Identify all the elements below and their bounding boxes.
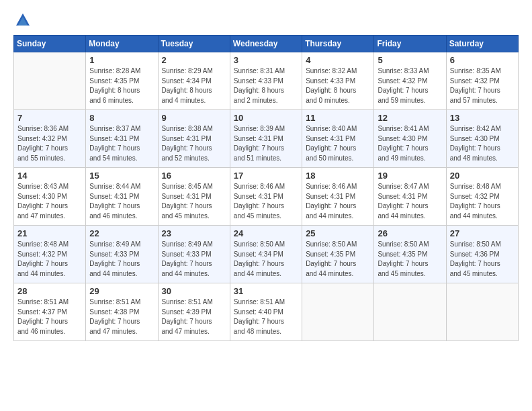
- weekday-header: Wednesday: [230, 36, 302, 52]
- cell-content: Sunrise: 8:46 AM Sunset: 4:31 PM Dayligh…: [234, 182, 298, 221]
- day-number: 17: [234, 171, 298, 181]
- calendar-cell: 17Sunrise: 8:46 AM Sunset: 4:31 PM Dayli…: [230, 168, 302, 226]
- day-number: 1: [89, 55, 154, 65]
- cell-content: Sunrise: 8:44 AM Sunset: 4:31 PM Dayligh…: [89, 182, 154, 221]
- calendar-cell: 30Sunrise: 8:51 AM Sunset: 4:39 PM Dayli…: [158, 283, 230, 341]
- day-number: 11: [306, 113, 370, 123]
- calendar: SundayMondayTuesdayWednesdayThursdayFrid…: [13, 35, 519, 341]
- cell-content: Sunrise: 8:28 AM Sunset: 4:35 PM Dayligh…: [89, 66, 154, 105]
- cell-content: Sunrise: 8:37 AM Sunset: 4:31 PM Dayligh…: [89, 124, 154, 163]
- cell-content: Sunrise: 8:32 AM Sunset: 4:33 PM Dayligh…: [306, 66, 370, 105]
- day-number: 28: [17, 286, 82, 296]
- calendar-week-row: 1Sunrise: 8:28 AM Sunset: 4:35 PM Daylig…: [14, 52, 519, 110]
- calendar-cell: 22Sunrise: 8:49 AM Sunset: 4:33 PM Dayli…: [86, 226, 158, 283]
- calendar-cell: 2Sunrise: 8:29 AM Sunset: 4:34 PM Daylig…: [158, 52, 230, 110]
- cell-content: Sunrise: 8:51 AM Sunset: 4:38 PM Dayligh…: [89, 298, 154, 336]
- logo: [13, 11, 35, 30]
- calendar-cell: 8Sunrise: 8:37 AM Sunset: 4:31 PM Daylig…: [86, 110, 158, 168]
- calendar-cell: 27Sunrise: 8:50 AM Sunset: 4:36 PM Dayli…: [446, 226, 518, 283]
- calendar-cell: 16Sunrise: 8:45 AM Sunset: 4:31 PM Dayli…: [158, 168, 230, 226]
- day-number: 25: [306, 228, 370, 238]
- cell-content: Sunrise: 8:50 AM Sunset: 4:36 PM Dayligh…: [450, 240, 515, 279]
- day-number: 19: [378, 171, 442, 181]
- cell-content: Sunrise: 8:40 AM Sunset: 4:31 PM Dayligh…: [306, 124, 370, 163]
- cell-content: Sunrise: 8:51 AM Sunset: 4:39 PM Dayligh…: [162, 298, 226, 336]
- cell-content: Sunrise: 8:33 AM Sunset: 4:32 PM Dayligh…: [378, 66, 442, 105]
- day-number: 18: [306, 171, 370, 181]
- day-number: 10: [234, 113, 298, 123]
- calendar-cell: 28Sunrise: 8:51 AM Sunset: 4:37 PM Dayli…: [14, 283, 86, 341]
- cell-content: Sunrise: 8:48 AM Sunset: 4:32 PM Dayligh…: [450, 182, 515, 221]
- day-number: 23: [162, 228, 226, 238]
- cell-content: Sunrise: 8:51 AM Sunset: 4:40 PM Dayligh…: [234, 298, 298, 336]
- calendar-cell: 23Sunrise: 8:49 AM Sunset: 4:33 PM Dayli…: [158, 226, 230, 283]
- calendar-cell: 1Sunrise: 8:28 AM Sunset: 4:35 PM Daylig…: [86, 52, 158, 110]
- weekday-header: Friday: [374, 36, 446, 52]
- cell-content: Sunrise: 8:42 AM Sunset: 4:30 PM Dayligh…: [450, 124, 515, 163]
- weekday-header: Saturday: [446, 36, 518, 52]
- calendar-cell: 14Sunrise: 8:43 AM Sunset: 4:30 PM Dayli…: [14, 168, 86, 226]
- day-number: 22: [89, 228, 154, 238]
- calendar-cell: 24Sunrise: 8:50 AM Sunset: 4:34 PM Dayli…: [230, 226, 302, 283]
- calendar-cell: 19Sunrise: 8:47 AM Sunset: 4:31 PM Dayli…: [374, 168, 446, 226]
- calendar-week-row: 28Sunrise: 8:51 AM Sunset: 4:37 PM Dayli…: [14, 283, 519, 341]
- calendar-cell: 10Sunrise: 8:39 AM Sunset: 4:31 PM Dayli…: [230, 110, 302, 168]
- calendar-cell: 4Sunrise: 8:32 AM Sunset: 4:33 PM Daylig…: [302, 52, 374, 110]
- day-number: 24: [234, 228, 298, 238]
- calendar-cell: 18Sunrise: 8:46 AM Sunset: 4:31 PM Dayli…: [302, 168, 374, 226]
- calendar-cell: 26Sunrise: 8:50 AM Sunset: 4:35 PM Dayli…: [374, 226, 446, 283]
- cell-content: Sunrise: 8:29 AM Sunset: 4:34 PM Dayligh…: [162, 66, 226, 105]
- calendar-cell: 29Sunrise: 8:51 AM Sunset: 4:38 PM Dayli…: [86, 283, 158, 341]
- logo-icon: [13, 11, 32, 30]
- day-number: 7: [17, 113, 82, 123]
- calendar-cell: 21Sunrise: 8:48 AM Sunset: 4:32 PM Dayli…: [14, 226, 86, 283]
- cell-content: Sunrise: 8:41 AM Sunset: 4:30 PM Dayligh…: [378, 124, 442, 163]
- cell-content: Sunrise: 8:38 AM Sunset: 4:31 PM Dayligh…: [162, 124, 226, 163]
- calendar-cell: [446, 283, 518, 341]
- cell-content: Sunrise: 8:43 AM Sunset: 4:30 PM Dayligh…: [17, 182, 82, 221]
- calendar-cell: 31Sunrise: 8:51 AM Sunset: 4:40 PM Dayli…: [230, 283, 302, 341]
- day-number: 15: [89, 171, 154, 181]
- cell-content: Sunrise: 8:47 AM Sunset: 4:31 PM Dayligh…: [378, 182, 442, 221]
- day-number: 8: [89, 113, 154, 123]
- calendar-cell: 7Sunrise: 8:36 AM Sunset: 4:32 PM Daylig…: [14, 110, 86, 168]
- calendar-cell: [302, 283, 374, 341]
- calendar-cell: [14, 52, 86, 110]
- page: SundayMondayTuesdayWednesdayThursdayFrid…: [0, 0, 532, 411]
- calendar-cell: 5Sunrise: 8:33 AM Sunset: 4:32 PM Daylig…: [374, 52, 446, 110]
- day-number: 16: [162, 171, 226, 181]
- calendar-cell: 6Sunrise: 8:35 AM Sunset: 4:32 PM Daylig…: [446, 52, 518, 110]
- calendar-cell: 9Sunrise: 8:38 AM Sunset: 4:31 PM Daylig…: [158, 110, 230, 168]
- cell-content: Sunrise: 8:35 AM Sunset: 4:32 PM Dayligh…: [450, 66, 515, 105]
- header: [13, 11, 519, 30]
- weekday-header: Thursday: [302, 36, 374, 52]
- weekday-header: Monday: [86, 36, 158, 52]
- calendar-cell: 25Sunrise: 8:50 AM Sunset: 4:35 PM Dayli…: [302, 226, 374, 283]
- cell-content: Sunrise: 8:50 AM Sunset: 4:34 PM Dayligh…: [234, 240, 298, 279]
- day-number: 30: [162, 286, 226, 296]
- day-number: 27: [450, 228, 515, 238]
- calendar-week-row: 21Sunrise: 8:48 AM Sunset: 4:32 PM Dayli…: [14, 226, 519, 283]
- day-number: 9: [162, 113, 226, 123]
- day-number: 12: [378, 113, 442, 123]
- cell-content: Sunrise: 8:50 AM Sunset: 4:35 PM Dayligh…: [306, 240, 370, 279]
- cell-content: Sunrise: 8:46 AM Sunset: 4:31 PM Dayligh…: [306, 182, 370, 221]
- cell-content: Sunrise: 8:48 AM Sunset: 4:32 PM Dayligh…: [17, 240, 82, 279]
- cell-content: Sunrise: 8:49 AM Sunset: 4:33 PM Dayligh…: [162, 240, 226, 279]
- calendar-cell: 13Sunrise: 8:42 AM Sunset: 4:30 PM Dayli…: [446, 110, 518, 168]
- cell-content: Sunrise: 8:49 AM Sunset: 4:33 PM Dayligh…: [89, 240, 154, 279]
- day-number: 13: [450, 113, 515, 123]
- calendar-week-row: 14Sunrise: 8:43 AM Sunset: 4:30 PM Dayli…: [14, 168, 519, 226]
- calendar-cell: 3Sunrise: 8:31 AM Sunset: 4:33 PM Daylig…: [230, 52, 302, 110]
- weekday-header: Tuesday: [158, 36, 230, 52]
- cell-content: Sunrise: 8:39 AM Sunset: 4:31 PM Dayligh…: [234, 124, 298, 163]
- day-number: 29: [89, 286, 154, 296]
- calendar-cell: [374, 283, 446, 341]
- day-number: 21: [17, 228, 82, 238]
- cell-content: Sunrise: 8:36 AM Sunset: 4:32 PM Dayligh…: [17, 124, 82, 163]
- header-row: SundayMondayTuesdayWednesdayThursdayFrid…: [14, 36, 519, 52]
- day-number: 31: [234, 286, 298, 296]
- calendar-cell: 20Sunrise: 8:48 AM Sunset: 4:32 PM Dayli…: [446, 168, 518, 226]
- calendar-cell: 11Sunrise: 8:40 AM Sunset: 4:31 PM Dayli…: [302, 110, 374, 168]
- day-number: 3: [234, 55, 298, 65]
